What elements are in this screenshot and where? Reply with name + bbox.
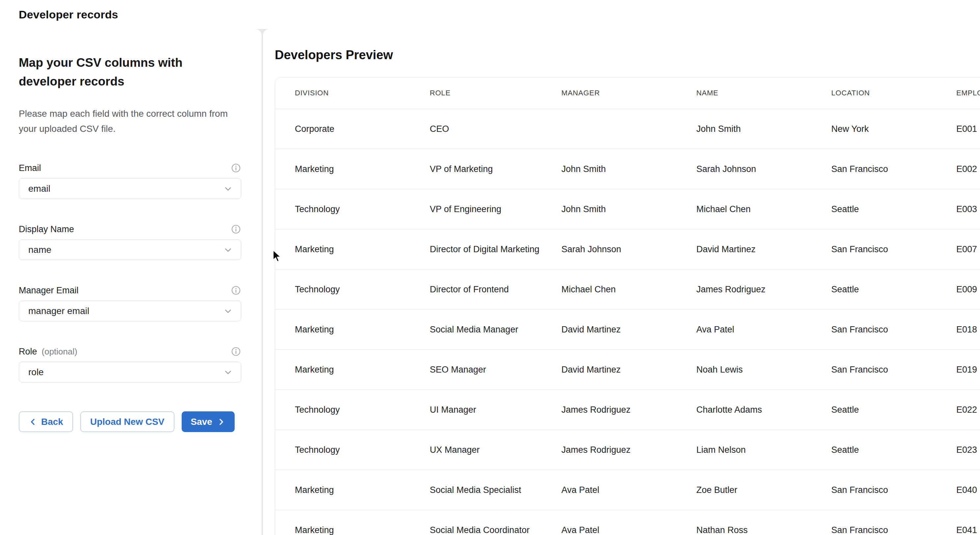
cell-name: Noah Lewis bbox=[696, 365, 831, 375]
cell-name: John Smith bbox=[696, 124, 831, 134]
save-button[interactable]: Save bbox=[181, 411, 235, 432]
cell-employee-id: E018 bbox=[956, 325, 980, 335]
role-select[interactable]: role bbox=[19, 362, 241, 383]
column-header-name: Name bbox=[696, 89, 831, 97]
csv-mapping-panel: Map your CSV columns with developer reco… bbox=[0, 29, 262, 535]
cell-division: Marketing bbox=[295, 244, 430, 254]
role-select-value: role bbox=[28, 367, 44, 378]
table-row: Marketing Social Media Specialist Ava Pa… bbox=[275, 470, 980, 510]
manager-email-field-label: Manager Email bbox=[19, 286, 79, 295]
info-icon[interactable] bbox=[231, 163, 241, 173]
chevron-down-icon bbox=[223, 367, 233, 377]
cell-manager: David Martinez bbox=[562, 365, 696, 375]
cell-name: David Martinez bbox=[696, 244, 831, 254]
cell-division: Technology bbox=[295, 204, 430, 214]
cell-employee-id: E002 bbox=[956, 164, 980, 174]
cell-employee-id: E009 bbox=[956, 284, 980, 295]
cell-role: SEO Manager bbox=[430, 365, 562, 375]
mapping-description: Please map each field with the correct c… bbox=[19, 106, 229, 137]
mapping-actions: Back Upload New CSV Save bbox=[19, 411, 242, 432]
info-icon[interactable] bbox=[231, 346, 241, 357]
cell-division: Technology bbox=[295, 405, 430, 415]
cell-location: San Francisco bbox=[831, 325, 956, 335]
table-row: Technology VP of Engineering John Smith … bbox=[275, 189, 980, 229]
email-select[interactable]: email bbox=[19, 178, 241, 199]
cell-role: Social Media Coordinator bbox=[430, 525, 562, 535]
back-button-label: Back bbox=[41, 417, 63, 427]
table-row: Technology UI Manager James Rodriguez Ch… bbox=[275, 389, 980, 429]
field-role: Role (optional) role bbox=[19, 346, 241, 383]
cell-location: Seattle bbox=[831, 445, 956, 455]
manager-email-select-value: manager email bbox=[28, 306, 89, 316]
chevron-left-icon bbox=[29, 418, 37, 426]
cell-employee-id: E007 bbox=[956, 244, 980, 254]
cell-name: James Rodriguez bbox=[696, 284, 831, 295]
page-title: Developer records bbox=[19, 8, 118, 21]
field-manager-email: Manager Email manager email bbox=[19, 285, 241, 321]
chevron-right-icon bbox=[217, 418, 226, 426]
cell-location: San Francisco bbox=[831, 365, 956, 375]
cell-employee-id: E001 bbox=[956, 124, 980, 134]
display-name-field-label: Display Name bbox=[19, 224, 74, 235]
manager-email-select[interactable]: manager email bbox=[19, 300, 241, 321]
table-row: Marketing Social Media Coordinator Ava P… bbox=[275, 510, 980, 535]
cell-name: Zoe Butler bbox=[696, 485, 831, 495]
cell-role: VP of Marketing bbox=[430, 164, 562, 174]
cell-name: Sarah Johnson bbox=[696, 164, 831, 174]
upload-new-csv-label: Upload New CSV bbox=[90, 417, 165, 427]
email-field-label: Email bbox=[19, 163, 41, 173]
field-display-name: Display Name name bbox=[19, 224, 241, 260]
cell-employee-id: E023 bbox=[956, 445, 980, 455]
cell-manager: John Smith bbox=[562, 204, 696, 214]
cell-division: Marketing bbox=[295, 365, 430, 375]
cell-employee-id: E040 bbox=[956, 485, 980, 495]
cell-name: Liam Nelson bbox=[696, 445, 831, 455]
cell-division: Marketing bbox=[295, 485, 430, 495]
display-name-select[interactable]: name bbox=[19, 240, 241, 260]
app-header: Developer records bbox=[0, 0, 980, 29]
column-header-location: Location bbox=[831, 89, 956, 97]
cell-manager: Michael Chen bbox=[562, 284, 696, 295]
table-body: Corporate CEO John Smith New York E001 M… bbox=[275, 108, 980, 535]
developers-preview-panel: Developers Preview Division Role Manager… bbox=[263, 29, 980, 535]
column-header-division: Division bbox=[295, 89, 430, 97]
cell-role: Social Media Specialist bbox=[430, 485, 562, 495]
cell-employee-id: E003 bbox=[956, 204, 980, 214]
table-row: Corporate CEO John Smith New York E001 bbox=[275, 108, 980, 149]
role-field-label: Role bbox=[19, 346, 37, 357]
cell-employee-id: E022 bbox=[956, 405, 980, 415]
cell-division: Technology bbox=[295, 445, 430, 455]
table-row: Technology UX Manager James Rodriguez Li… bbox=[275, 429, 980, 470]
cell-location: Seattle bbox=[831, 405, 956, 415]
cell-manager: James Rodriguez bbox=[562, 405, 696, 415]
cell-manager: Sarah Johnson bbox=[562, 244, 696, 254]
cell-location: San Francisco bbox=[831, 244, 956, 254]
developers-preview-table: Division Role Manager Name Location Empl… bbox=[275, 77, 980, 535]
cell-location: Seattle bbox=[831, 284, 956, 295]
content-area: Map your CSV columns with developer reco… bbox=[0, 29, 980, 535]
cell-role: Director of Digital Marketing bbox=[430, 244, 562, 254]
chevron-down-icon bbox=[223, 245, 233, 255]
table-header-row: Division Role Manager Name Location Empl… bbox=[275, 78, 980, 108]
cell-division: Marketing bbox=[295, 164, 430, 174]
table-row: Marketing Social Media Manager David Mar… bbox=[275, 309, 980, 349]
info-icon[interactable] bbox=[231, 224, 241, 235]
table-row: Technology Director of Frontend Michael … bbox=[275, 269, 980, 309]
cell-role: VP of Engineering bbox=[430, 204, 562, 214]
cell-manager: Ava Patel bbox=[562, 525, 696, 535]
info-icon[interactable] bbox=[231, 285, 241, 295]
cell-name: Nathan Ross bbox=[696, 525, 831, 535]
cell-location: San Francisco bbox=[831, 485, 956, 495]
chevron-down-icon bbox=[223, 306, 233, 316]
cell-role: Social Media Manager bbox=[430, 325, 562, 335]
back-button[interactable]: Back bbox=[19, 411, 73, 432]
field-email: Email email bbox=[19, 163, 241, 199]
display-name-select-value: name bbox=[28, 244, 51, 255]
cell-division: Technology bbox=[295, 284, 430, 295]
upload-new-csv-button[interactable]: Upload New CSV bbox=[80, 411, 174, 432]
table-row: Marketing VP of Marketing John Smith Sar… bbox=[275, 149, 980, 189]
cell-manager: John Smith bbox=[562, 164, 696, 174]
cell-location: Seattle bbox=[831, 204, 956, 214]
preview-title: Developers Preview bbox=[275, 48, 980, 62]
cell-role: UX Manager bbox=[430, 445, 562, 455]
